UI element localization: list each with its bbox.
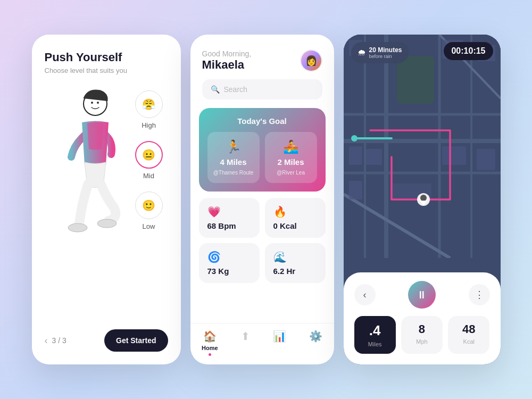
prev-chevron[interactable]: ‹ [45,335,48,346]
get-started-button[interactable]: Get Started [104,329,168,352]
metric-kcal: 48 Kcal [448,316,489,354]
nav-settings[interactable]: ⚙️ [309,330,322,356]
kcal-unit: Kcal [463,338,475,345]
metrics-row: .4 Miles 8 Mph 48 Kcal [354,316,490,354]
level-low[interactable]: 🙂 Low [130,192,168,230]
level-high-circle: 😤 [135,90,163,118]
weather-text: 20 Minutes before rain [369,46,402,59]
svg-point-2 [97,219,117,228]
svg-rect-20 [349,146,362,165]
nav-home[interactable]: 🏠 Home [202,330,218,356]
controls-top: ‹ ⏸ ⋮ [354,281,490,309]
nav-chart[interactable]: 📊 [273,330,286,356]
dashboard-card: Good Morning, Mikaela 👩 🔍 Search Today's… [190,35,334,364]
level-high-label: High [142,121,156,129]
kg-icon: 🌀 [207,251,251,263]
pause-button[interactable]: ⏸ [408,281,436,309]
svg-rect-22 [442,146,466,165]
good-morning: Good Morning, [202,49,252,58]
goal-route-1: @River Lea [277,170,305,176]
stat-kg: 🌀 73 Kg [199,243,260,283]
stat-kcal: 🔥 0 Kcal [265,198,326,238]
bottom-nav: 🏠 Home ⬆ 📊 ⚙️ [190,323,334,364]
mph-unit: Mph [416,338,427,345]
stat-bpm: 💗 68 Bpm [199,198,260,238]
goal-miles-1: 2 Miles [277,157,304,167]
bpm-icon: 💗 [207,205,251,218]
goal-icon-1: 🚣 [283,139,299,154]
svg-point-1 [68,223,87,232]
dashboard-top: Good Morning, Mikaela 👩 🔍 Search [190,35,334,108]
svg-rect-15 [397,56,434,104]
user-name: Mikaela [202,58,252,72]
timer-display: 00:10:15 [444,42,493,60]
kcal-value: 0 Kcal [273,221,317,230]
goal-card: Today's Goal 🏃 4 Miles @Thames Route 🚣 2… [199,108,326,192]
weather-minutes: 20 Minutes [369,46,402,54]
hr-value: 6.2 Hr [273,267,317,276]
search-icon: 🔍 [211,85,220,94]
avatar-image: 👩 [301,51,321,71]
weather-icon: 🌧 [358,48,366,57]
weather-pill: 🌧 20 Minutes before rain [351,42,409,63]
goal-title: Today's Goal [207,117,317,126]
weather-subtext: before rain [369,54,402,59]
svg-point-27 [351,135,358,142]
stat-hr: 🌊 6.2 Hr [265,243,326,283]
svg-rect-23 [477,149,495,170]
goal-miles-0: 4 Miles [220,157,246,167]
card1-title: Push Yourself [45,51,168,64]
runner-illustration [45,80,130,277]
page-nav: ‹ 3 / 3 [45,335,66,346]
search-placeholder: Search [224,85,247,94]
metric-miles: .4 Miles [354,316,396,354]
goal-icon-0: 🏃 [226,139,242,154]
search-bar[interactable]: 🔍 Search [202,79,322,99]
goal-route-0: @Thames Route [213,170,254,176]
page-indicator: 3 / 3 [52,336,66,345]
upload-icon: ⬆ [241,330,250,343]
level-low-circle: 🙂 [135,192,163,219]
kcal-icon: 🔥 [273,205,317,218]
mph-value: 8 [419,322,425,336]
level-mid-label: Mid [143,172,154,180]
svg-point-4 [97,102,99,104]
more-button[interactable]: ⋮ [469,284,490,305]
map-controls: ‹ ⏸ ⋮ .4 Miles 8 Mph 48 Kcal [344,272,501,364]
level-mid-circle: 😐 [135,141,163,169]
level-mid[interactable]: 😐 Mid [130,141,168,180]
miles-unit: Miles [368,341,382,347]
svg-point-3 [91,102,93,104]
goal-item-0[interactable]: 🏃 4 Miles @Thames Route [207,132,260,183]
nav-active-dot [209,353,211,356]
map-card: 🌧 20 Minutes before rain 00:10:15 ‹ ⏸ ⋮ … [344,35,501,364]
goal-item-1[interactable]: 🚣 2 Miles @River Lea [265,132,317,183]
kcal-value: 48 [462,322,475,336]
svg-point-29 [420,195,427,201]
greeting-text: Good Morning, Mikaela [202,49,252,72]
metric-mph: 8 Mph [401,316,443,354]
hr-icon: 🌊 [273,251,317,263]
bpm-value: 68 Bpm [207,221,251,230]
nav-upload[interactable]: ⬆ [241,330,250,356]
map-area: 🌧 20 Minutes before rain 00:10:15 [344,35,501,272]
chart-icon: 📊 [273,330,286,343]
back-button[interactable]: ‹ [354,284,376,305]
svg-rect-24 [349,181,362,200]
card1-subtitle: Choose level that suits you [45,66,168,74]
avatar[interactable]: 👩 [300,49,322,72]
svg-rect-21 [366,149,382,165]
miles-value: .4 [369,322,381,339]
home-icon: 🏠 [203,330,217,343]
card1-body: 😤 High 😐 Mid 🙂 Low [45,80,168,321]
greeting-row: Good Morning, Mikaela 👩 [202,49,322,72]
nav-home-label: Home [202,345,218,351]
level-high[interactable]: 😤 High [130,90,168,129]
settings-icon: ⚙️ [309,330,322,343]
level-low-label: Low [143,222,155,230]
level-options: 😤 High 😐 Mid 🙂 Low [130,90,168,230]
stats-grid: 💗 68 Bpm 🔥 0 Kcal 🌀 73 Kg 🌊 6.2 Hr [199,198,326,283]
kg-value: 73 Kg [207,267,251,276]
push-yourself-card: Push Yourself Choose level that suits yo… [32,35,181,364]
goal-items: 🏃 4 Miles @Thames Route 🚣 2 Miles @River… [207,132,317,183]
